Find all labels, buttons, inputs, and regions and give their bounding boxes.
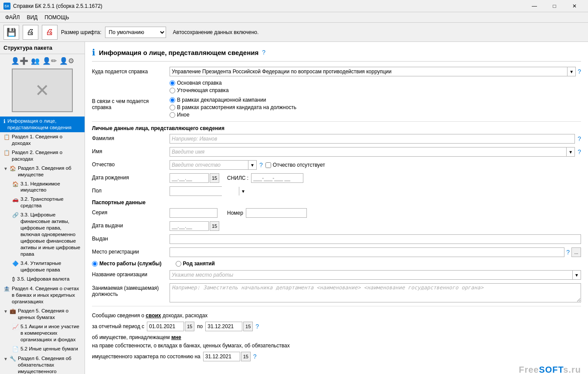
- tree-item-section1-label: Раздел 1. Сведения о доходах: [12, 134, 81, 147]
- property-date-calendar-btn[interactable]: 15: [241, 352, 251, 361]
- passport-issuedate-field: 15: [170, 221, 219, 231]
- property-date-help-icon[interactable]: ?: [253, 352, 257, 361]
- tree-item-section3-2[interactable]: 🚗 3.2. Транспортные средства: [9, 195, 85, 210]
- tree-item-section3-4[interactable]: 🔷 3.4. Утилитарные цифровые права: [9, 259, 85, 274]
- radio-main-report-label: Основная справка: [177, 80, 222, 86]
- close-button[interactable]: ✕: [564, 0, 585, 12]
- print-button[interactable]: 🖨: [23, 25, 38, 40]
- firstname-help-icon[interactable]: ?: [578, 148, 581, 155]
- person-edit-icon[interactable]: 👤✏: [42, 57, 57, 65]
- start-date-calendar-btn[interactable]: 15: [185, 322, 194, 331]
- place-reg-dots-btn[interactable]: ...: [571, 247, 581, 257]
- minimize-button[interactable]: —: [524, 0, 544, 12]
- period-help-icon[interactable]: ?: [255, 322, 259, 331]
- middlename-dropdown[interactable]: ▼: [170, 160, 257, 170]
- end-date-input[interactable]: [205, 322, 242, 331]
- snils-input[interactable]: [251, 173, 303, 183]
- occupation-radio-input[interactable]: [176, 261, 181, 267]
- font-size-select[interactable]: По умолчанию: [105, 27, 166, 38]
- tree-item-section3-2-label: 3.2. Транспортные средства: [20, 196, 81, 209]
- tree-item-section2[interactable]: 📋 Раздел 2. Сведения о расходах: [0, 148, 85, 164]
- org-name-dropdown-arrow[interactable]: ▼: [572, 271, 581, 279]
- org-name-dropdown[interactable]: ▼: [170, 270, 581, 280]
- no-middlename-checkbox[interactable]: [265, 162, 271, 168]
- end-date-calendar-btn[interactable]: 15: [243, 322, 253, 331]
- passport-number-input[interactable]: [246, 208, 307, 218]
- menu-file[interactable]: ФАЙЛ: [2, 14, 23, 21]
- lastname-input[interactable]: [170, 134, 575, 144]
- tree-item-section2-label: Раздел 2. Сведения о расходах: [12, 149, 81, 162]
- passport-series-input[interactable]: [170, 208, 218, 218]
- radio-campaign-input[interactable]: [170, 97, 175, 103]
- tree-item-section3-3-label: 3.3. Цифровые финансовые активы, цифровы…: [20, 212, 81, 257]
- gender-input[interactable]: [170, 187, 239, 196]
- workplace-radio-input[interactable]: [92, 261, 98, 267]
- firstname-input[interactable]: [170, 148, 566, 156]
- place-reg-input[interactable]: [170, 247, 564, 257]
- gender-dropdown-arrow[interactable]: ▼: [239, 187, 247, 196]
- middlename-dropdown-arrow[interactable]: ▼: [248, 161, 256, 169]
- firstname-dropdown-arrow[interactable]: ▼: [566, 148, 574, 156]
- menu-help[interactable]: ПОМОЩЬ: [41, 14, 72, 21]
- tree-item-section3-3[interactable]: 🔗 3.3. Цифровые финансовые активы, цифро…: [9, 210, 85, 259]
- person-group-icon[interactable]: 👥: [31, 57, 40, 65]
- section-help-icon[interactable]: ?: [262, 49, 265, 56]
- tree-item-section3-5[interactable]: ₿ 3.5. Цифровая валюта: [9, 274, 85, 285]
- gender-dropdown[interactable]: ▼: [170, 186, 222, 196]
- section3-2-icon: 🚗: [12, 196, 19, 203]
- where-to-submit-row: Куда подается справка ▼ ?: [92, 67, 581, 76]
- place-reg-help-icon[interactable]: ?: [566, 249, 570, 256]
- passport-series-label: Серия: [92, 208, 166, 216]
- where-help-icon[interactable]: ?: [578, 68, 581, 75]
- radio-other-input[interactable]: [170, 112, 175, 118]
- where-dropdown[interactable]: ▼: [170, 67, 576, 76]
- menu-view[interactable]: ВИД: [23, 14, 41, 21]
- where-input[interactable]: [170, 67, 567, 76]
- tree-item-section3[interactable]: ▼ 🏠 Раздел 3. Сведения об имуществе: [0, 164, 85, 179]
- where-dropdown-arrow[interactable]: ▼: [567, 67, 575, 76]
- tree-item-section3-4-label: 3.4. Утилитарные цифровые права: [20, 260, 81, 273]
- save-button[interactable]: 💾: [3, 25, 19, 40]
- divider1: [92, 121, 581, 122]
- tree-item-section5-2[interactable]: 📄 5.2 Иные ценные бумаги: [9, 344, 85, 354]
- middlename-help-icon[interactable]: ?: [259, 161, 263, 168]
- right-panel: ℹ Информация о лице, представляющем свед…: [85, 42, 588, 374]
- title-bar: БК Справки БК 2.5.1 (сборка 2.5.1.1672) …: [0, 0, 588, 12]
- firstname-row: Имя ▼ ?: [92, 147, 581, 157]
- lastname-help-icon[interactable]: ?: [578, 135, 581, 142]
- tree-item-section3-1[interactable]: 🏠 3.1. Недвижимое имущество: [9, 179, 85, 195]
- tree-item-section4[interactable]: 🏦 Раздел 4. Сведения о счетах в банках и…: [0, 284, 85, 306]
- firstname-dropdown[interactable]: ▼: [170, 147, 575, 157]
- passport-issuedate-input[interactable]: [170, 221, 209, 231]
- menu-bar: ФАЙЛ ВИД ПОМОЩЬ: [0, 12, 588, 23]
- tree-item-section5-1[interactable]: 📈 5.1 Акции и иное участие в коммерчески…: [9, 322, 85, 344]
- birthdate-calendar-btn[interactable]: 15: [210, 173, 219, 183]
- passport-issuedby-input[interactable]: [170, 234, 581, 244]
- date-range-label: за отчетный период с: [92, 323, 144, 331]
- radio-candidate-input[interactable]: [170, 105, 175, 110]
- birthdate-input[interactable]: [170, 173, 209, 183]
- position-textarea[interactable]: [170, 283, 581, 302]
- radio-clarifying-report-input[interactable]: [170, 88, 175, 93]
- section3-3-icon: 🔗: [12, 212, 19, 219]
- maximize-button[interactable]: □: [544, 0, 564, 12]
- middlename-input[interactable]: [170, 161, 248, 169]
- property-date-input[interactable]: [203, 352, 240, 361]
- person-settings-icon[interactable]: 👤⚙: [59, 57, 74, 65]
- tree-item-section3-label: Раздел 3. Сведения об имуществе: [18, 165, 81, 178]
- org-name-input[interactable]: [170, 271, 572, 279]
- tree-item-section5[interactable]: ▼ 💼 Раздел 5. Сведения о ценных бумагах: [0, 306, 85, 322]
- print-red-button[interactable]: 🖨: [42, 25, 58, 40]
- avatar-area: 👤➕ 👥 👤✏ 👤⚙ ✕: [0, 54, 85, 115]
- passport-issuedate-calendar-btn[interactable]: 15: [210, 221, 219, 231]
- radio-main-report-input[interactable]: [170, 80, 175, 86]
- add-person-icon[interactable]: 👤➕: [11, 57, 28, 65]
- tree-item-section6[interactable]: ▼ 🔧 Раздел 6. Сведения об обязательствах…: [0, 354, 85, 374]
- tree-item-info[interactable]: ℹ Информация о лице, представляющем свед…: [0, 117, 85, 132]
- start-date-input[interactable]: [147, 322, 184, 331]
- where-select-wrap: ▼ ?: [170, 67, 581, 76]
- section5-expand: ▼: [3, 309, 8, 314]
- lastname-row: Фамилия ?: [92, 134, 581, 144]
- tree-item-section1[interactable]: 📋 Раздел 1. Сведения о доходах: [0, 132, 85, 148]
- passport-issuedby-label: Выдан: [92, 234, 166, 242]
